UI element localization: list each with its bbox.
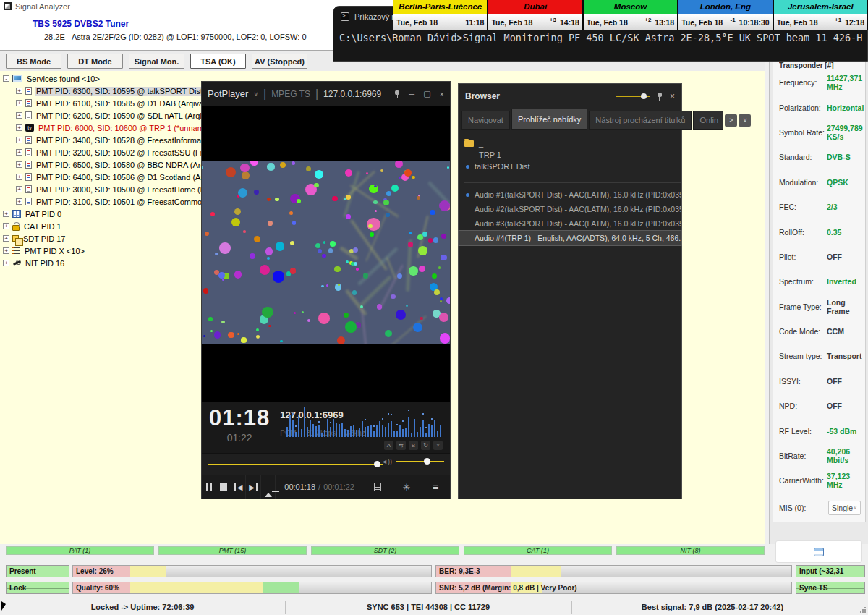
sdt-cards-icon (12, 235, 19, 242)
expand-expander-icon[interactable]: + (16, 161, 22, 168)
mode-tab-button[interactable]: BS Mode (6, 54, 61, 69)
expand-expander-icon[interactable]: + (16, 124, 22, 131)
seek-knob[interactable] (374, 461, 380, 467)
expand-expander-icon[interactable]: + (16, 112, 22, 119)
browser-tab[interactable]: Prohlížeč nabídky (511, 109, 587, 130)
expand-expander-icon[interactable]: + (16, 186, 22, 192)
param-label: FEC: (779, 203, 827, 211)
expand-expander-icon[interactable]: + (3, 247, 9, 254)
expand-expander-icon[interactable]: + (3, 260, 9, 266)
player-mini-button[interactable]: A (384, 441, 393, 450)
audio-track-row[interactable]: Audio #1(talkSPORT Dist) - AAC(LATM), 16… (459, 187, 681, 202)
chevron-down-icon[interactable]: ∨ (253, 90, 258, 98)
expand-expander-icon[interactable]: + (16, 137, 22, 143)
potplayer-titlebar[interactable]: PotPlayer ∨ | MPEG TS | 127.0.0.1:6969 ─… (202, 82, 450, 106)
minimize-icon[interactable]: ─ (409, 90, 414, 98)
maximize-icon[interactable]: ▢ (423, 89, 430, 98)
mode-tab-button[interactable]: DT Mode (67, 54, 123, 69)
audio-track-row[interactable]: Audio #3(talkSPORT Dist) - AAC(LATM), 16… (459, 216, 681, 231)
expand-expander-icon[interactable]: + (16, 198, 22, 205)
tree-pmtx-label: PMT PID X <10> (23, 247, 86, 255)
audio-track-row[interactable]: Audio #2(talkSPORT Dist) - AAC(LATM), 16… (459, 202, 681, 216)
volume-knob[interactable] (424, 458, 430, 465)
service-table-icon (25, 99, 32, 107)
clock-date: Tue, Feb 18 (396, 18, 438, 27)
service-table-icon (25, 161, 32, 169)
browser-tab[interactable]: Navigovat (461, 111, 510, 130)
volume-slider[interactable] (396, 461, 444, 462)
folder-row[interactable]: _ (464, 137, 681, 149)
service-row[interactable]: talkSPORT Dist (464, 161, 681, 172)
close-icon[interactable]: × (670, 91, 675, 101)
collapse-expander-icon[interactable]: - (3, 75, 9, 82)
volume-icon[interactable]: ◄)) (381, 458, 392, 465)
trp-row[interactable]: TRP 1 (464, 149, 681, 161)
total-time: 00:01:22 (323, 483, 354, 491)
browser-title: Browser (465, 91, 500, 101)
menu-button[interactable]: ≡ (421, 475, 450, 499)
playlist-button[interactable] (363, 475, 392, 499)
browser-titlebar[interactable]: Browser × (459, 84, 681, 108)
mode-tab-button[interactable]: TSA (OK) (190, 54, 246, 69)
param-value: OFF (827, 253, 842, 261)
param-label: Pilot: (779, 253, 827, 261)
tuner-details: 28.2E - Astra 2E/2F/2G (ID: 0282) @ LOF1… (44, 33, 307, 41)
close-icon[interactable]: × (440, 90, 444, 98)
resize-grip[interactable] (859, 606, 867, 614)
param-label: Frequency: (779, 78, 827, 87)
input-indicator: Input (~32,31 Mbps) (796, 565, 865, 577)
browser-window: Browser × NavigovatProhlížeč nabídkyNást… (458, 83, 682, 499)
previous-button[interactable]: ◀ (231, 475, 246, 499)
mode-tab-button[interactable]: AV (Stopped) (252, 54, 307, 69)
player-mini-button[interactable]: B (409, 441, 418, 450)
audio-track-label: Audio #2(talkSPORT Dist) - AAC(LATM), 16… (475, 205, 681, 213)
player-mini-button[interactable]: × (433, 441, 443, 450)
potplayer-window: PotPlayer ∨ | MPEG TS | 127.0.0.1:6969 ─… (201, 81, 451, 499)
pin-icon[interactable] (394, 90, 400, 98)
opacity-slider[interactable] (616, 96, 650, 97)
expand-expander-icon[interactable]: + (16, 100, 22, 106)
expand-expander-icon[interactable]: + (3, 223, 9, 229)
expand-expander-icon[interactable]: + (16, 88, 22, 94)
stop-button[interactable] (216, 475, 231, 499)
param-value: Inverted (827, 277, 856, 286)
signal-analyzer-app-icon (4, 2, 12, 10)
browser-tab[interactable]: Onlin (693, 111, 723, 130)
player-mini-button[interactable]: ⇆ (396, 441, 406, 450)
mis-select[interactable]: Single ∨ (828, 501, 861, 515)
opacity-knob[interactable] (641, 93, 647, 99)
expand-expander-icon[interactable]: + (3, 211, 9, 217)
settings-button[interactable]: ✳ (392, 475, 421, 499)
param-value: OFF (827, 377, 842, 386)
panel-tool-button[interactable] (775, 540, 862, 563)
blue-dot-icon (466, 193, 469, 197)
expand-expander-icon[interactable]: + (3, 235, 9, 242)
seek-bar[interactable] (208, 464, 383, 465)
status-best-signal: Best signal: 7,9 dB (2025-02-17 20:42) (571, 598, 854, 615)
player-mini-button[interactable]: ↻ (421, 441, 430, 450)
video-area[interactable] (202, 106, 450, 402)
mode-tab-button[interactable]: Signal Mon. (129, 54, 184, 69)
param-row: BitRate: 40,206 Mbit/s (779, 444, 861, 468)
audio-track-row[interactable]: Audio #4(TRP 1) - English, AAC(ADTS), 64… (459, 231, 681, 245)
tree-service-label: PMT PID: 3200, SID: 10502 @ FreesatSSU (… (35, 148, 226, 157)
tab-scroll-right-button[interactable]: > (725, 114, 737, 127)
param-value: 40,206 Mbit/s (827, 447, 861, 465)
tab-list-button[interactable]: ∨ (739, 114, 751, 127)
param-label: CarrierWidth: (779, 476, 827, 485)
pin-icon[interactable] (657, 92, 663, 101)
browser-tab[interactable]: Nástroj procházení titulků (589, 111, 692, 130)
pause-button[interactable] (202, 475, 216, 499)
mis-row: MIS (0): Single ∨ (779, 493, 861, 522)
eject-button[interactable] (261, 475, 276, 499)
param-label: RollOff: (779, 228, 827, 237)
expand-expander-icon[interactable]: + (16, 149, 22, 156)
param-row: RF Level: -53 dBm (779, 418, 861, 443)
next-button[interactable]: ▶ (246, 475, 260, 499)
clock-time: 13:18 (655, 18, 674, 27)
expand-expander-icon[interactable]: + (16, 174, 22, 180)
param-label: Code Mode: (779, 327, 827, 336)
stream-format: MPEG TS (271, 89, 310, 99)
param-value: -53 dBm (827, 427, 856, 436)
table-segment: PMT (15) (158, 546, 307, 555)
